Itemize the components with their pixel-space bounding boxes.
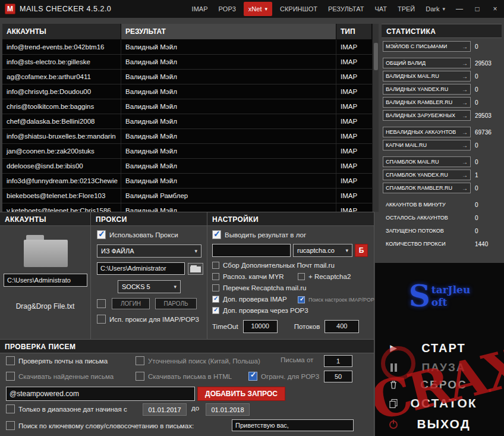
proxy-source-select[interactable]: ИЗ ФАЙЛА ▾: [97, 244, 201, 258]
stat-value: 0: [475, 159, 478, 165]
menu-imap[interactable]: IMAP: [187, 0, 213, 18]
theme-select[interactable]: Dark ▾: [420, 0, 451, 18]
menu-result[interactable]: РЕЗУЛЬТАТ: [323, 0, 369, 18]
threads-input[interactable]: 400: [325, 320, 359, 333]
table-scrollbar[interactable]: [372, 24, 379, 212]
stat-label-box[interactable]: ОСТАЛОСЬ АККАУНТОВ: [383, 212, 471, 223]
menu-chat[interactable]: ЧАТ: [369, 0, 392, 18]
keyword-search-checkbox[interactable]: [6, 421, 15, 430]
table-row[interactable]: chris@toolkitcom.be:baggins Валидный Мэй…: [2, 99, 372, 114]
refined-search-checkbox[interactable]: [136, 356, 144, 365]
folder-icon[interactable]: [24, 235, 68, 267]
menu-tray[interactable]: ТРЕЙ: [392, 0, 420, 18]
table-row[interactable]: info3d@funnydream.be:0213Chewie Валидный…: [2, 174, 372, 189]
proxy-type-select[interactable]: SOCKS 5 ▾: [118, 280, 181, 293]
stat-label-box[interactable]: МЭЙЛОВ С ПИСЬМАМИ: [383, 41, 471, 52]
table-row[interactable]: info@shiatsu-bruxelles.be:mandarin Валид…: [2, 129, 372, 144]
recaptcha2-checkbox[interactable]: [298, 273, 305, 280]
cell-type: IMAP: [336, 189, 372, 203]
proxy-path-input[interactable]: C:\Users\Administrator: [97, 262, 185, 275]
stat-value: 1: [475, 172, 478, 178]
captcha-key-input[interactable]: [212, 244, 291, 257]
remainder-button[interactable]: ОСТАТОК: [375, 394, 504, 412]
stat-label-box[interactable]: КАПЧИ MAIL.RU: [383, 140, 471, 150]
remainder-label: ОСТАТОК: [401, 396, 504, 410]
menu-pop3[interactable]: POP3: [213, 0, 241, 18]
stat-label-box[interactable]: ВАЛИДНЫХ MAIL.RU: [383, 71, 471, 81]
download-html-checkbox[interactable]: [136, 372, 144, 381]
recognize-captcha-checkbox[interactable]: [212, 273, 219, 280]
stat-label-box[interactable]: ВАЛИДНЫХ ЗАРУБЕЖНЫХ: [383, 110, 471, 121]
table-row[interactable]: info@trend-events.be:042btm16 Валидный М…: [2, 40, 372, 55]
pop3-limit-input[interactable]: 50: [324, 371, 352, 382]
pop3-check-checkbox[interactable]: [212, 307, 219, 314]
stat-value: 29503: [475, 60, 492, 67]
table-row[interactable]: biekeboets@telenet.be:Flore103 Валидный …: [2, 189, 372, 203]
app-window: M MAILS CHECKER 4.5.2.0 IMAP POP3 xNet ▾…: [0, 0, 504, 436]
stat-label-box[interactable]: СПАМБЛОК YANDEX.RU: [383, 170, 471, 180]
column-header-type[interactable]: ТИП: [336, 24, 372, 40]
stat-label-box[interactable]: ВАЛИДНЫХ YANDEX.RU: [383, 84, 471, 95]
table-row[interactable]: info@sts-electro.be:gilleske Валидный Мэ…: [2, 55, 372, 70]
stat-label: СПАМБЛОК RAMBLER.RU: [386, 185, 452, 191]
captcha-service-select[interactable]: rucaptcha.co ▾: [293, 244, 352, 257]
column-header-result[interactable]: РЕЗУЛЬТАТ: [121, 24, 336, 40]
stat-label-box[interactable]: АККАУНТОВ В МИНУТУ: [383, 199, 471, 210]
letters-from-input[interactable]: 1: [324, 355, 352, 367]
date-to-button[interactable]: 01.01.2018: [206, 403, 250, 416]
stat-label-box[interactable]: СПАМБЛОК MAIL.RU: [383, 156, 471, 167]
table-row[interactable]: ag@cofamex.be:arthur0411 Валидный Мэйл I…: [2, 70, 372, 84]
download-found-checkbox[interactable]: [6, 372, 15, 381]
check-letters-checkbox[interactable]: [6, 356, 15, 365]
start-button[interactable]: ▶ СТАРТ: [375, 339, 504, 357]
exit-button[interactable]: ВЫХОД: [375, 415, 504, 433]
add-query-button[interactable]: ДОБАВИТЬ ЗАПРОС: [197, 387, 285, 401]
query-input[interactable]: @steampowered.com: [6, 387, 195, 401]
stat-label-box[interactable]: НЕВАЛИДНЫХ АККАУНТОВ: [383, 127, 471, 137]
recheck-recaptcha-checkbox[interactable]: [212, 284, 219, 291]
balance-button[interactable]: Б: [355, 244, 368, 257]
proxy-auth-checkbox[interactable]: [97, 299, 106, 308]
imap-settings-search-checkbox[interactable]: [298, 296, 305, 303]
reset-button[interactable]: СБРОС: [375, 377, 504, 393]
stat-label-box[interactable]: СПАМБЛОК RAMBLER.RU: [383, 183, 471, 193]
stat-label-box[interactable]: ВАЛИДНЫХ RAMBLER.RU: [383, 97, 471, 108]
column-header-accounts[interactable]: АККАУНТЫ: [2, 24, 121, 40]
close-button[interactable]: ×: [486, 0, 504, 18]
imap-check-checkbox[interactable]: [212, 296, 219, 303]
proxy-login-input[interactable]: ЛОГИН: [112, 298, 150, 309]
stat-label-box[interactable]: ЗАПУЩЕНО ПОТОКОВ: [383, 225, 471, 236]
table-row[interactable]: info@chrisvtg.be:Doudou00 Валидный Мэйл …: [2, 84, 372, 99]
date-from-button[interactable]: 01.01.2017: [143, 403, 187, 416]
maximize-button[interactable]: □: [468, 0, 486, 18]
timeout-input[interactable]: 10000: [243, 320, 278, 333]
minimize-button[interactable]: —: [451, 0, 468, 18]
chevron-down-icon: ▾: [194, 248, 197, 254]
log-output-checkbox[interactable]: [212, 230, 221, 239]
brand-logo-s: S: [409, 282, 430, 310]
table-row[interactable]: v.keteboets@telenet.be:Chris1586 Валидны…: [2, 203, 372, 212]
cell-result: Валидный Мэйл: [121, 84, 336, 99]
cell-account: jan@coonen.be:zak200stuks: [2, 144, 121, 158]
menu-screenshot[interactable]: СКРИНШОТ: [275, 0, 323, 18]
cell-type: IMAP: [336, 70, 372, 84]
proxy-for-imap-checkbox[interactable]: [97, 315, 106, 324]
stat-label-box[interactable]: ОБЩИЙ ВАЛИД: [383, 58, 471, 68]
arrow-right-icon: [462, 60, 468, 67]
browse-folder-button[interactable]: [188, 263, 203, 275]
table-row[interactable]: ddeloose@isnd.be:ibis00 Валидный Мэйл IM…: [2, 159, 372, 174]
accounts-path-input[interactable]: C:\Users\Administrato: [4, 274, 87, 287]
stat-label-box[interactable]: КОЛИЧЕСТВО ПРОКСИ: [383, 239, 471, 249]
keyword-input[interactable]: Приветствую вас,: [232, 419, 354, 431]
menu-xnet-dropdown[interactable]: xNet ▾: [244, 2, 272, 16]
table-row[interactable]: chef@dalaska.be:Bellini2008 Валидный Мэй…: [2, 114, 372, 129]
collect-mailru-checkbox[interactable]: [212, 262, 219, 269]
proxy-password-input[interactable]: ПАРОЛЬ: [155, 298, 197, 309]
pop3-limit-checkbox[interactable]: [248, 372, 257, 381]
use-proxy-checkbox[interactable]: [97, 230, 106, 239]
table-row[interactable]: jan@coonen.be:zak200stuks Валидный Мэйл …: [2, 144, 372, 159]
date-range-checkbox[interactable]: [6, 404, 15, 413]
pause-button[interactable]: ПАУЗА: [375, 360, 504, 375]
cell-result: Валидный Мэйл: [121, 114, 336, 128]
table-scrollbar-thumb[interactable]: [374, 43, 378, 70]
